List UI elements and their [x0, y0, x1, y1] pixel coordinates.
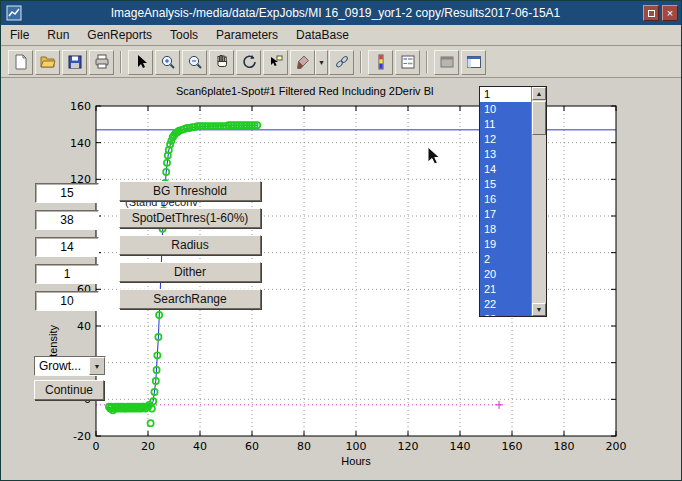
data-cursor-icon	[267, 53, 285, 71]
dropdown-option[interactable]: 13	[480, 147, 531, 162]
toolbar-separator	[120, 51, 122, 73]
close-button[interactable]: ×	[662, 5, 678, 21]
figure-area: Scan6plate1-Spot#1 Filtered Red Includin…	[1, 78, 682, 481]
dropdown-option[interactable]: 15	[480, 177, 531, 192]
zoom-in-button[interactable]	[155, 50, 180, 75]
dropdown-scrollbar[interactable]: ▲ ▼	[531, 87, 546, 316]
colorbar-icon	[372, 53, 390, 71]
zoom-in-icon	[159, 53, 177, 71]
scroll-down-button[interactable]: ▼	[532, 303, 546, 316]
dropdown-options: 110111213141516171819220212223	[480, 87, 531, 316]
svg-text:200: 200	[606, 440, 627, 453]
zoom-out-button[interactable]	[182, 50, 207, 75]
dropdown-option[interactable]: 11	[480, 117, 531, 132]
legend-icon	[399, 53, 417, 71]
dropdown-option[interactable]: 12	[480, 132, 531, 147]
search-range-input[interactable]	[35, 291, 99, 311]
new-file-button[interactable]	[8, 50, 33, 75]
spot-det-thres-button[interactable]: SpotDetThres(1-60%)	[119, 208, 261, 228]
dither-button[interactable]: Dither	[119, 262, 261, 282]
menu-database[interactable]: DataBase	[287, 25, 358, 45]
svg-text:180: 180	[554, 440, 575, 453]
dropdown-option[interactable]: 1	[480, 87, 531, 102]
svg-text:160: 160	[502, 440, 523, 453]
brush-dropdown-caret[interactable]: ▼	[315, 50, 328, 75]
menu-genreports[interactable]: GenReports	[78, 25, 161, 45]
menu-file[interactable]: File	[1, 25, 38, 45]
dropdown-option[interactable]: 16	[480, 192, 531, 207]
continue-button[interactable]: Continue	[34, 380, 104, 400]
brush-icon	[294, 53, 312, 71]
radius-input[interactable]	[35, 237, 99, 257]
svg-text:100: 100	[346, 440, 367, 453]
open-file-button[interactable]	[35, 50, 60, 75]
svg-text:20: 20	[141, 440, 155, 453]
mode-dropdown[interactable]: Growt... ▼	[34, 356, 106, 376]
svg-text:120: 120	[398, 440, 419, 453]
zoom-out-icon	[186, 53, 204, 71]
show-plot-tools-icon	[465, 53, 483, 71]
svg-text:80: 80	[297, 440, 311, 453]
radius-button[interactable]: Radius	[119, 235, 261, 255]
link-icon	[333, 53, 351, 71]
mode-dropdown-value: Growt...	[35, 357, 89, 375]
pan-button[interactable]	[209, 50, 234, 75]
app-icon	[6, 5, 22, 21]
open-folder-icon	[39, 53, 57, 71]
hand-icon	[213, 53, 231, 71]
dropdown-option[interactable]: 17	[480, 207, 531, 222]
data-cursor-button[interactable]	[263, 50, 288, 75]
scroll-up-button[interactable]: ▲	[532, 87, 546, 100]
dropdown-option[interactable]: 14	[480, 162, 531, 177]
bg-threshold-button[interactable]: BG Threshold	[119, 181, 261, 201]
dropdown-option[interactable]: 23	[480, 312, 531, 316]
svg-text:60: 60	[245, 440, 259, 453]
title-bar: ImageAnalysis-/media/data/ExpJobs/MI 16_…	[1, 1, 681, 25]
brush-button[interactable]	[290, 50, 315, 75]
show-plot-tools-button[interactable]	[461, 50, 486, 75]
menu-parameters[interactable]: Parameters	[207, 25, 287, 45]
search-range-button[interactable]: SearchRange	[119, 289, 261, 309]
menu-run[interactable]: Run	[38, 25, 78, 45]
dropdown-option[interactable]: 2	[480, 252, 531, 267]
link-plot-button[interactable]	[329, 50, 354, 75]
spot-number-dropdown: 110111213141516171819220212223 ▲ ▼	[479, 86, 547, 317]
svg-text:-20: -20	[73, 430, 91, 443]
svg-text:140: 140	[450, 440, 471, 453]
menu-bar: File Run GenReports Tools Parameters Dat…	[1, 25, 681, 46]
hide-plot-tools-button[interactable]	[434, 50, 459, 75]
svg-text:40: 40	[193, 440, 207, 453]
rotate-icon	[240, 53, 258, 71]
maximize-icon	[648, 10, 655, 17]
rotate-3d-button[interactable]	[236, 50, 261, 75]
dropdown-option[interactable]: 10	[480, 102, 531, 117]
chevron-down-icon: ▼	[89, 357, 105, 375]
svg-text:160: 160	[70, 100, 91, 113]
save-icon	[66, 53, 84, 71]
dropdown-option[interactable]: 21	[480, 282, 531, 297]
hide-plot-tools-icon	[438, 53, 456, 71]
dropdown-option[interactable]: 20	[480, 267, 531, 282]
toolbar-separator	[360, 51, 362, 73]
insert-colorbar-button[interactable]	[368, 50, 393, 75]
dropdown-option[interactable]: 19	[480, 237, 531, 252]
bg-threshold-input[interactable]	[35, 183, 99, 203]
x-axis-label: Hours	[96, 455, 616, 467]
app-icon-image	[6, 5, 22, 21]
dropdown-option[interactable]: 22	[480, 297, 531, 312]
insert-legend-button[interactable]	[395, 50, 420, 75]
maximize-button[interactable]	[643, 5, 659, 21]
edit-plot-pointer-button[interactable]	[128, 50, 153, 75]
svg-text:40: 40	[77, 320, 91, 333]
new-file-icon	[12, 53, 30, 71]
print-button[interactable]	[89, 50, 114, 75]
dither-input[interactable]	[35, 264, 99, 284]
spot-det-thres-input[interactable]	[35, 210, 99, 230]
app-window: ImageAnalysis-/media/data/ExpJobs/MI 16_…	[0, 0, 682, 481]
menu-tools[interactable]: Tools	[161, 25, 207, 45]
dropdown-option[interactable]: 18	[480, 222, 531, 237]
pointer-icon	[132, 53, 150, 71]
save-button[interactable]	[62, 50, 87, 75]
svg-text:0: 0	[93, 440, 100, 453]
scrollbar-thumb[interactable]	[532, 101, 546, 135]
